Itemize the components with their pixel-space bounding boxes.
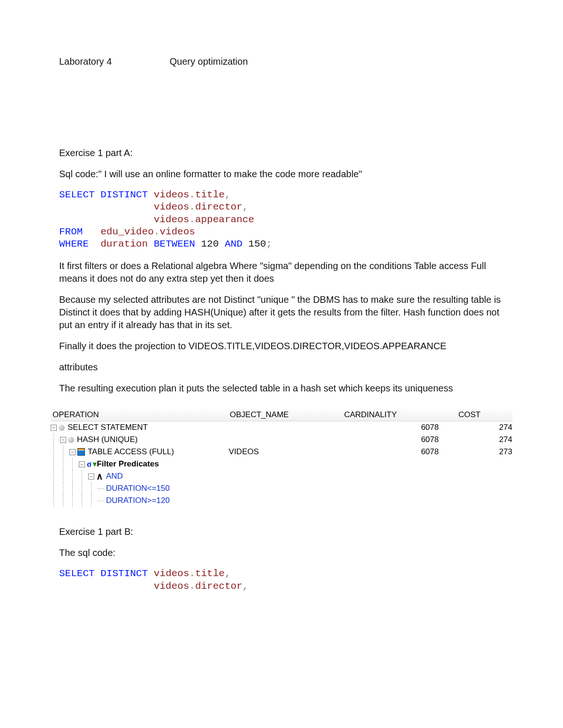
tree-indent (51, 446, 60, 458)
plan-op-label: Filter Predicates (97, 459, 159, 469)
tree-indent (51, 482, 60, 495)
filter-funnel-icon: ▾ (93, 460, 97, 468)
partB-heading: Exercise 1 part B: (59, 525, 504, 538)
node-dot-icon (68, 437, 74, 443)
plan-op-label: HASH (UNIQUE) (77, 435, 137, 444)
plan-op-label: DURATION<=150 (106, 484, 170, 493)
tree-indent (60, 446, 69, 458)
sql-code-A: SELECT DISTINCT videos.title, videos.dir… (59, 189, 504, 250)
plan-op-label: DURATION>=120 (106, 496, 170, 505)
col: duration (100, 239, 148, 249)
tree-leaf-connector (98, 488, 104, 489)
comma: , (243, 202, 249, 212)
tree-indent (79, 482, 88, 495)
kw-distinct: DISTINCT (100, 189, 148, 200)
kw-distinct: DISTINCT (100, 568, 148, 579)
plan-row: −σ▾ Filter Predicates (51, 458, 512, 470)
plan-op-cell: −σ▾ Filter Predicates (51, 458, 229, 470)
tree-indent (79, 470, 88, 482)
col: title (195, 189, 225, 200)
partA-p3: Finally it does the projection to VIDEOS… (59, 340, 504, 353)
col-object-name: OBJECT_NAME (228, 410, 342, 420)
plan-cost-cell: 273 (457, 447, 512, 457)
tree-toggle-icon[interactable]: − (69, 449, 76, 455)
tree-toggle-icon[interactable]: − (60, 437, 66, 443)
plan-op-cell: −HASH (UNIQUE) (51, 434, 229, 446)
plan-op-cell: −∧AND (51, 470, 229, 482)
tree-indent (60, 482, 69, 495)
partA-heading: Exercise 1 part A: (59, 147, 504, 159)
tree-indent (79, 495, 88, 507)
plan-header-row: OPERATION OBJECT_NAME CARDINALITY COST (51, 409, 512, 421)
dot: . (189, 189, 195, 200)
plan-cardinality-cell: 6078 (343, 447, 457, 457)
plan-op-label: TABLE ACCESS (FULL) (88, 447, 174, 457)
tree-indent (60, 495, 69, 507)
partA-p1: It first filters or does a Relational al… (59, 260, 504, 285)
tree-indent (51, 458, 60, 470)
tbl: videos (154, 202, 190, 212)
plan-cardinality-cell: 6078 (343, 435, 457, 444)
col-operation: OPERATION (51, 410, 228, 420)
tbl: videos (160, 226, 195, 237)
plan-cost-cell: 274 (457, 423, 512, 432)
col: title (195, 568, 225, 579)
header-left: Laboratory 4 (59, 56, 167, 67)
tree-indent (51, 470, 60, 482)
dot: . (189, 581, 195, 592)
plan-object-cell: VIDEOS (229, 447, 343, 457)
tree-toggle-icon[interactable]: − (79, 461, 85, 467)
tree-indent (69, 495, 79, 507)
comma: , (225, 568, 231, 579)
execution-plan: OPERATION OBJECT_NAME CARDINALITY COST −… (51, 409, 512, 507)
dot: . (189, 214, 195, 225)
tree-indent (69, 470, 79, 482)
dot: . (154, 226, 160, 237)
plan-row: −SELECT STATEMENT6078274 (51, 421, 512, 434)
table-grid-icon (77, 448, 85, 456)
col: appearance (195, 214, 254, 225)
and-operator-icon: ∧ (96, 471, 103, 482)
dot: . (189, 568, 195, 579)
col-cardinality: CARDINALITY (342, 410, 456, 420)
kw-between: BETWEEN (154, 239, 195, 249)
plan-row: DURATION>=120 (51, 495, 512, 507)
tree-indent (51, 495, 60, 507)
plan-op-cell: DURATION<=150 (51, 482, 229, 495)
plan-op-label: SELECT STATEMENT (68, 423, 148, 432)
plan-row: DURATION<=150 (51, 482, 512, 495)
dot: . (189, 202, 195, 212)
tbl: videos (154, 214, 190, 225)
plan-op-cell: −TABLE ACCESS (FULL) (51, 446, 229, 458)
sigma-icon: σ (87, 459, 91, 469)
tbl: videos (154, 568, 190, 579)
tree-toggle-icon[interactable]: − (51, 425, 57, 431)
tree-indent (69, 482, 79, 495)
schema: edu_video (100, 226, 153, 237)
tree-indent (51, 434, 60, 446)
tree-toggle-icon[interactable]: − (88, 473, 94, 480)
plan-row: −HASH (UNIQUE)6078274 (51, 434, 512, 446)
partB-intro: The sql code: (59, 547, 504, 559)
plan-op-cell: −SELECT STATEMENT (51, 423, 229, 432)
document-page: Laboratory 4 Query optimization Exercise… (0, 0, 563, 728)
kw-where: WHERE (59, 239, 89, 249)
partA-p4: attributes (59, 361, 504, 374)
sql-code-B: SELECT DISTINCT videos.title, videos.dir… (59, 568, 504, 593)
semicolon: ; (266, 239, 272, 249)
kw-select: SELECT (59, 189, 95, 200)
kw-from: FROM (59, 226, 83, 237)
comma: , (243, 581, 249, 592)
plan-cardinality-cell: 6078 (343, 423, 457, 432)
partA-p2: Because my selected attributes are not D… (59, 293, 504, 331)
tree-leaf-connector (98, 501, 104, 501)
partA-intro: Sql code:" I will use an online formatte… (59, 168, 504, 180)
page-header: Laboratory 4 Query optimization (59, 56, 504, 67)
col-cost: COST (456, 410, 512, 420)
plan-op-label: AND (106, 472, 123, 481)
tree-indent (60, 458, 69, 470)
col: director (195, 202, 243, 212)
plan-body: −SELECT STATEMENT6078274−HASH (UNIQUE)60… (51, 421, 512, 507)
num: 120 (201, 239, 219, 249)
tree-indent (69, 458, 79, 470)
